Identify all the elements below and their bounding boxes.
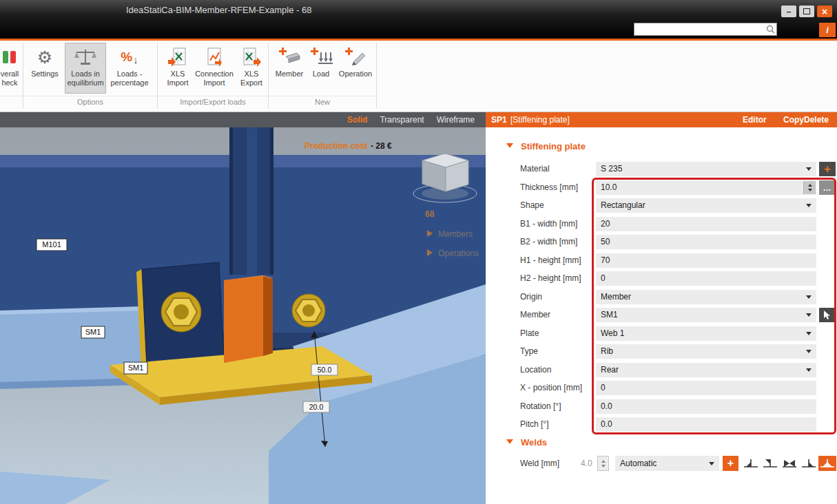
highlight-outline [592, 178, 836, 434]
pitch-input[interactable]: 0.0 [596, 417, 816, 432]
chevron-down-icon [806, 167, 812, 171]
overall-check-icon [1, 45, 19, 70]
stiffening-plate-3d[interactable] [224, 275, 273, 363]
properties-panel: SP1 [Stiffening plate] Editor Copy Delet… [486, 112, 837, 504]
origin-select[interactable]: Member [596, 290, 816, 304]
search-input[interactable] [636, 23, 765, 35]
group-label-options: Options [25, 98, 156, 106]
chevron-down-icon [806, 350, 812, 353]
panel-header: SP1 [Stiffening plate] Editor Copy Delet… [486, 112, 837, 127]
info-button[interactable]: i [819, 23, 836, 37]
add-material-button[interactable]: + [819, 162, 836, 176]
svg-text:M101: M101 [42, 240, 61, 249]
weld-double-fillet-icon [820, 458, 835, 469]
member-label-m101[interactable]: M101 [37, 239, 67, 251]
item-id: SP1 [491, 115, 507, 125]
mode-solid[interactable]: Solid [347, 115, 367, 125]
navigation-cube[interactable] [413, 154, 477, 202]
svg-text:- 28 €: - 28 € [371, 141, 392, 151]
chevron-down-icon [806, 332, 812, 335]
new-operation-icon [344, 45, 367, 70]
gear-icon: ⚙ [37, 45, 52, 70]
b2-width-input[interactable]: 50 [596, 235, 816, 249]
section-welds[interactable]: Welds [506, 437, 547, 448]
balance-icon [74, 45, 97, 70]
overall-check-button[interactable]: verall heck [0, 43, 29, 94]
item-type: [Stiffening plate] [510, 115, 570, 125]
weld-fillet-button[interactable] [761, 456, 779, 471]
property-row-thickness: Thickness [mm] 10.0 … [486, 180, 837, 195]
column-member[interactable] [229, 127, 273, 275]
weld-size-spinner[interactable] [597, 456, 609, 471]
dimension-20: 20.0 [309, 403, 324, 411]
ellipsis-icon: … [823, 185, 832, 191]
search-icon [766, 25, 775, 34]
connection-import-icon [204, 45, 225, 70]
tree-members: Members [438, 229, 473, 239]
loads-percentage-button[interactable]: %↓ Loads - percentage [107, 43, 152, 94]
mode-transparent[interactable]: Transparent [380, 115, 424, 125]
close-icon: × [822, 7, 827, 17]
weld-bevel-button[interactable] [800, 456, 818, 471]
chevron-down-icon [709, 462, 714, 465]
search-box [634, 23, 777, 36]
view-mode-bar: Solid Transparent Wireframe [0, 112, 486, 127]
delete-button[interactable]: Delete [804, 115, 829, 125]
member-label-sm1[interactable]: SM1 [81, 326, 105, 338]
b1-width-input[interactable]: 20 [596, 217, 816, 231]
weld-mode-select[interactable]: Automatic [615, 456, 719, 471]
property-row-h1: H1 - height [mm] 70 [486, 253, 837, 268]
add-weld-button[interactable]: + [723, 456, 738, 471]
new-operation-button[interactable]: Operation [335, 43, 375, 94]
h2-height-input[interactable]: 0 [596, 271, 816, 286]
thickness-detail-button[interactable]: … [819, 180, 836, 195]
chevron-down-icon [806, 204, 812, 207]
material-select[interactable]: S 235 [596, 162, 816, 176]
xls-import-button[interactable]: XLS Import [163, 43, 192, 94]
copy-button[interactable]: Copy [783, 115, 804, 125]
member-select[interactable]: SM1 [596, 308, 816, 322]
minimize-button[interactable]: – [781, 6, 796, 17]
weld-double-fillet-button[interactable] [818, 456, 836, 471]
plate-select[interactable]: Web 1 [596, 326, 816, 341]
xls-export-button[interactable]: XLS Export [237, 43, 266, 94]
title-bar: IdeaStatiCa-BIM-Member-RFEM-Example - 68… [0, 0, 837, 39]
new-load-button[interactable]: Load [307, 43, 335, 94]
mode-wireframe[interactable]: Wireframe [437, 115, 475, 125]
new-member-button[interactable]: Member [272, 43, 307, 94]
chevron-down-icon [806, 295, 812, 299]
h1-height-input[interactable]: 70 [596, 253, 816, 268]
xls-export-icon [241, 45, 262, 70]
weld-bevel-icon [801, 458, 816, 469]
cursor-arrow-icon [823, 311, 831, 320]
editor-button[interactable]: Editor [743, 115, 767, 125]
loads-in-equilibrium-button[interactable]: Loads in equilibrium [65, 43, 106, 94]
weld-fillet-icon [763, 458, 778, 469]
maximize-button[interactable] [799, 6, 814, 17]
application-window: IdeaStatiCa-BIM-Member-RFEM-Example - 68… [0, 0, 837, 504]
3d-viewport[interactable]: 50.0 20.0 M101 SM1 SM1 [0, 127, 486, 504]
group-label-import-export: Import/Export loads [158, 98, 267, 106]
weld-double-bevel-button[interactable] [781, 456, 798, 471]
weld-butt-button[interactable] [742, 456, 760, 471]
section-stiffening-plate[interactable]: Stiffening plate [506, 141, 586, 151]
rotation-input[interactable]: 0.0 [596, 399, 816, 414]
location-select[interactable]: Rear [596, 363, 816, 377]
bolt-left[interactable] [161, 292, 201, 332]
pick-member-button[interactable] [819, 308, 836, 322]
member-label-sm1-lower[interactable]: SM1 [124, 362, 147, 374]
thickness-input[interactable]: 10.0 [596, 180, 816, 195]
connection-import-button[interactable]: Connection Import [192, 43, 236, 94]
thickness-spinner[interactable] [803, 181, 816, 194]
shape-select[interactable]: Rectangular [596, 198, 816, 213]
bolt-right[interactable] [292, 294, 325, 327]
info-icon: i [826, 25, 829, 35]
group-label-new: New [269, 98, 375, 106]
property-row-material: Material S 235 + [486, 162, 837, 176]
close-button[interactable]: × [817, 6, 832, 17]
settings-button[interactable]: ⚙ Settings [29, 43, 61, 94]
type-select[interactable]: Rib [596, 344, 816, 359]
property-row-shape: Shape Rectangular [486, 198, 837, 213]
viewport-container: Solid Transparent Wireframe [0, 112, 486, 504]
x-position-input[interactable]: 0 [596, 381, 816, 395]
